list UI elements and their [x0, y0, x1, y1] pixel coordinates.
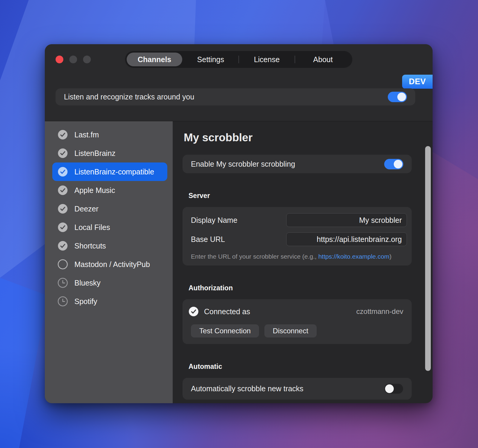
channel-label: ListenBrainz — [74, 149, 116, 158]
display-name-label: Display Name — [191, 216, 286, 225]
enable-scrobbling-label: Enable My scrobbler scrobbling — [191, 160, 384, 168]
server-card: Display Name Base URL Enter the URL of y… — [183, 207, 412, 266]
auto-scrobble-label: Automatically scrobble new tracks — [191, 384, 384, 393]
sidebar-item-listenbrainz[interactable]: ListenBrainz — [52, 144, 167, 162]
sidebar-item-mastodon-activitypub[interactable]: Mastodon / ActivityPub — [52, 255, 167, 274]
channel-enabled-check-icon — [58, 148, 68, 158]
auto-scrobble-row: Automatically scrobble new tracks — [183, 378, 412, 400]
tab-about[interactable]: About — [295, 53, 351, 66]
tab-settings[interactable]: Settings — [183, 53, 238, 66]
tab-channels[interactable]: Channels — [127, 53, 182, 66]
tab-label: License — [254, 55, 280, 64]
sidebar-item-spotify[interactable]: Spotify — [52, 292, 167, 311]
display-name-input[interactable] — [286, 213, 407, 227]
connected-check-icon — [189, 306, 199, 317]
channel-pending-clock-icon — [58, 278, 68, 288]
channel-enabled-check-icon — [58, 222, 68, 232]
zoom-window-button[interactable] — [83, 56, 91, 63]
auto-scrobble-toggle[interactable] — [384, 383, 403, 394]
sidebar-item-deezer[interactable]: Deezer — [52, 200, 167, 218]
channel-disabled-circle-icon — [58, 259, 68, 269]
channel-label: Mastodon / ActivityPub — [74, 260, 150, 269]
enable-scrobbling-toggle[interactable] — [384, 159, 403, 169]
listen-recognize-label: Listen and recognize tracks around you — [64, 93, 388, 101]
authorization-section-heading: Authorization — [189, 284, 433, 292]
base-url-label: Base URL — [191, 235, 286, 244]
listen-recognize-row: Listen and recognize tracks around you — [56, 88, 415, 105]
toggle-knob — [394, 160, 402, 168]
hint-text: Enter the URL of your scrobbler service … — [191, 253, 318, 260]
sidebar-item-listenbrainz-compatible[interactable]: ListenBrainz-compatible — [52, 162, 167, 181]
base-url-hint: Enter the URL of your scrobbler service … — [191, 253, 407, 260]
scrollbar-thumb[interactable] — [425, 146, 431, 371]
connected-username: czottmann-dev — [356, 307, 403, 316]
hint-text: ) — [390, 253, 392, 260]
tab-label: Channels — [138, 55, 171, 64]
automatic-section-heading: Automatic — [189, 363, 433, 371]
hint-link[interactable]: https://koito.example.com — [318, 253, 389, 260]
page-title: My scrobbler — [184, 131, 433, 144]
main-content: My scrobbler Enable My scrobbler scrobbl… — [173, 121, 433, 403]
authorization-card: Connected as czottmann-dev Test Connecti… — [183, 299, 412, 344]
enable-scrobbling-row: Enable My scrobbler scrobbling — [183, 155, 412, 173]
minimize-window-button[interactable] — [69, 56, 77, 63]
display-name-row: Display Name — [191, 211, 407, 230]
window-body: Last.fm ListenBrainz ListenBrainz-compat… — [45, 121, 433, 403]
channel-label: Shortcuts — [74, 242, 106, 250]
channel-label: Last.fm — [74, 131, 99, 139]
channel-enabled-check-icon — [58, 130, 68, 140]
connected-row: Connected as czottmann-dev — [189, 305, 403, 318]
sidebar-item-last-fm[interactable]: Last.fm — [52, 125, 167, 144]
channel-enabled-check-icon — [58, 204, 68, 214]
window-chrome: ChannelsSettingsLicenseAbout DEV Listen … — [45, 44, 433, 121]
tab-license[interactable]: License — [239, 53, 295, 66]
base-url-input[interactable] — [286, 232, 407, 246]
close-window-button[interactable] — [56, 56, 63, 63]
sidebar-item-apple-music[interactable]: Apple Music — [52, 181, 167, 200]
channel-enabled-check-icon — [58, 241, 68, 251]
tab-label: About — [313, 55, 333, 64]
base-url-row: Base URL — [191, 230, 407, 249]
toggle-knob — [385, 384, 394, 393]
channel-sidebar: Last.fm ListenBrainz ListenBrainz-compat… — [45, 121, 173, 403]
channel-list: Last.fm ListenBrainz ListenBrainz-compat… — [45, 125, 173, 311]
tab-bar: ChannelsSettingsLicenseAbout — [125, 51, 353, 68]
connected-as-label: Connected as — [204, 307, 351, 316]
channel-label: Bluesky — [74, 279, 101, 287]
toggle-knob — [397, 93, 406, 101]
auth-buttons: Test Connection Disconnect — [189, 324, 403, 337]
channel-label: Apple Music — [74, 186, 115, 195]
app-window: ChannelsSettingsLicenseAbout DEV Listen … — [45, 44, 433, 403]
server-section-heading: Server — [189, 192, 433, 200]
channel-label: Spotify — [74, 297, 97, 306]
listen-recognize-toggle[interactable] — [388, 92, 407, 102]
channel-label: ListenBrainz-compatible — [74, 168, 154, 176]
channel-enabled-check-icon — [58, 185, 68, 195]
channel-enabled-check-icon — [58, 167, 68, 177]
sidebar-item-local-files[interactable]: Local Files — [52, 218, 167, 237]
traffic-lights — [56, 56, 91, 63]
channel-label: Deezer — [74, 205, 99, 213]
test-connection-button[interactable]: Test Connection — [191, 324, 259, 337]
channel-pending-clock-icon — [58, 296, 68, 306]
sidebar-item-bluesky[interactable]: Bluesky — [52, 274, 167, 292]
tab-label: Settings — [197, 55, 224, 64]
disconnect-button[interactable]: Disconnect — [264, 324, 317, 337]
sidebar-item-shortcuts[interactable]: Shortcuts — [52, 237, 167, 255]
channel-label: Local Files — [74, 223, 110, 232]
dev-badge: DEV — [402, 75, 433, 89]
